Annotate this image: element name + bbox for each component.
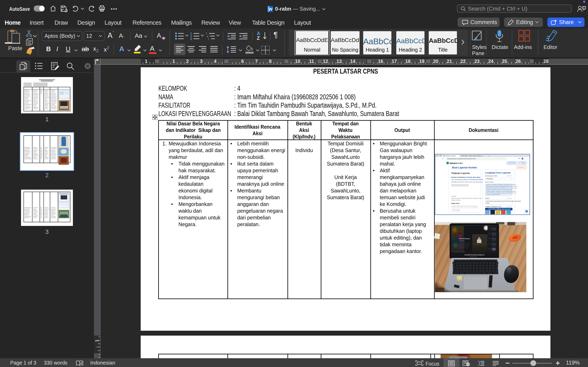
svg-text:i: i	[208, 38, 209, 40]
svg-text:a: a	[207, 35, 208, 38]
svg-text:1: 1	[206, 32, 207, 35]
svg-text:3: 3	[190, 38, 192, 40]
